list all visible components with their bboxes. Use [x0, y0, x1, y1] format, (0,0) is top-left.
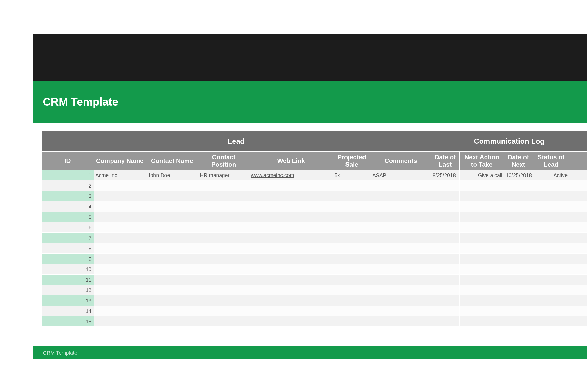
cell-date_last[interactable]	[431, 191, 460, 201]
cell-position[interactable]	[198, 212, 249, 222]
cell-company[interactable]	[94, 180, 146, 191]
cell-extra[interactable]	[569, 285, 587, 295]
cell-web[interactable]	[249, 275, 333, 285]
cell-web[interactable]	[249, 201, 333, 212]
cell-position[interactable]	[198, 233, 249, 243]
cell-position[interactable]	[198, 275, 249, 285]
cell-date_last[interactable]	[431, 243, 460, 254]
cell-status[interactable]	[533, 212, 569, 222]
cell-status[interactable]	[533, 201, 569, 212]
cell-comments[interactable]	[371, 212, 431, 222]
cell-web[interactable]	[249, 306, 333, 316]
cell-next_action[interactable]	[460, 201, 504, 212]
cell-web[interactable]	[249, 243, 333, 254]
cell-date_next[interactable]	[504, 316, 533, 327]
cell-company[interactable]	[94, 212, 146, 222]
cell-web[interactable]	[249, 212, 333, 222]
cell-comments[interactable]	[371, 180, 431, 191]
cell-status[interactable]: Active	[533, 170, 569, 180]
cell-date_last[interactable]	[431, 233, 460, 243]
cell-id[interactable]: 15	[42, 316, 94, 327]
cell-projected[interactable]	[333, 275, 371, 285]
cell-position[interactable]: HR manager	[198, 170, 249, 180]
cell-comments[interactable]	[371, 306, 431, 316]
cell-comments[interactable]	[371, 285, 431, 295]
cell-id[interactable]: 9	[42, 254, 94, 264]
cell-id[interactable]: 13	[42, 295, 94, 306]
cell-date_last[interactable]	[431, 222, 460, 233]
cell-date_last[interactable]	[431, 295, 460, 306]
cell-date_last[interactable]	[431, 275, 460, 285]
cell-company[interactable]: Acme Inc.	[94, 170, 146, 180]
cell-comments[interactable]	[371, 233, 431, 243]
cell-comments[interactable]	[371, 316, 431, 327]
cell-comments[interactable]	[371, 275, 431, 285]
cell-date_last[interactable]	[431, 254, 460, 264]
cell-web[interactable]	[249, 180, 333, 191]
cell-date_next[interactable]	[504, 264, 533, 275]
cell-status[interactable]	[533, 191, 569, 201]
cell-next_action[interactable]	[460, 285, 504, 295]
cell-date_last[interactable]	[431, 285, 460, 295]
cell-position[interactable]	[198, 285, 249, 295]
cell-extra[interactable]	[569, 295, 587, 306]
cell-projected[interactable]	[333, 233, 371, 243]
cell-contact[interactable]	[146, 180, 198, 191]
cell-next_action[interactable]	[460, 212, 504, 222]
cell-id[interactable]: 12	[42, 285, 94, 295]
cell-status[interactable]	[533, 222, 569, 233]
cell-date_last[interactable]	[431, 212, 460, 222]
cell-comments[interactable]	[371, 295, 431, 306]
cell-company[interactable]	[94, 201, 146, 212]
cell-contact[interactable]	[146, 212, 198, 222]
cell-date_last[interactable]	[431, 264, 460, 275]
cell-extra[interactable]	[569, 254, 587, 264]
cell-projected[interactable]: 5k	[333, 170, 371, 180]
cell-next_action[interactable]: Give a call	[460, 170, 504, 180]
cell-status[interactable]	[533, 233, 569, 243]
cell-id[interactable]: 1	[42, 170, 94, 180]
cell-date_next[interactable]	[504, 212, 533, 222]
cell-date_last[interactable]: 8/25/2018	[431, 170, 460, 180]
cell-status[interactable]	[533, 243, 569, 254]
cell-projected[interactable]	[333, 201, 371, 212]
cell-extra[interactable]	[569, 264, 587, 275]
cell-contact[interactable]	[146, 191, 198, 201]
cell-date_last[interactable]	[431, 201, 460, 212]
cell-company[interactable]	[94, 222, 146, 233]
cell-status[interactable]	[533, 306, 569, 316]
cell-id[interactable]: 4	[42, 201, 94, 212]
cell-comments[interactable]	[371, 222, 431, 233]
cell-comments[interactable]	[371, 201, 431, 212]
cell-date_next[interactable]	[504, 306, 533, 316]
cell-projected[interactable]	[333, 285, 371, 295]
cell-web[interactable]	[249, 254, 333, 264]
cell-id[interactable]: 3	[42, 191, 94, 201]
cell-extra[interactable]	[569, 306, 587, 316]
cell-contact[interactable]	[146, 306, 198, 316]
cell-id[interactable]: 8	[42, 243, 94, 254]
cell-comments[interactable]	[371, 243, 431, 254]
cell-contact[interactable]	[146, 275, 198, 285]
cell-id[interactable]: 7	[42, 233, 94, 243]
cell-company[interactable]	[94, 233, 146, 243]
cell-projected[interactable]	[333, 222, 371, 233]
cell-projected[interactable]	[333, 191, 371, 201]
cell-date_last[interactable]	[431, 180, 460, 191]
cell-contact[interactable]	[146, 316, 198, 327]
cell-id[interactable]: 6	[42, 222, 94, 233]
cell-comments[interactable]: ASAP	[371, 170, 431, 180]
cell-contact[interactable]	[146, 243, 198, 254]
cell-projected[interactable]	[333, 212, 371, 222]
cell-status[interactable]	[533, 295, 569, 306]
cell-date_next[interactable]	[504, 285, 533, 295]
cell-company[interactable]	[94, 254, 146, 264]
cell-projected[interactable]	[333, 316, 371, 327]
cell-position[interactable]	[198, 243, 249, 254]
cell-projected[interactable]	[333, 243, 371, 254]
cell-contact[interactable]	[146, 222, 198, 233]
cell-web[interactable]: www.acmeinc.com	[249, 170, 333, 180]
cell-id[interactable]: 5	[42, 212, 94, 222]
cell-company[interactable]	[94, 191, 146, 201]
cell-projected[interactable]	[333, 306, 371, 316]
